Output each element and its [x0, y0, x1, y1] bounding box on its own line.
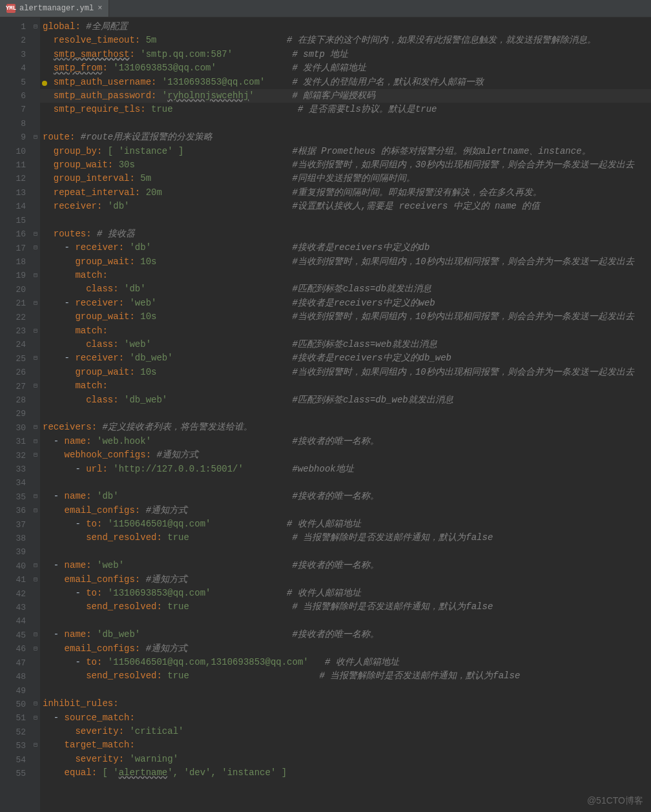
code-line[interactable]: route: #route用来设置报警的分发策略: [40, 130, 651, 144]
code-line[interactable]: smtp_require_tls: true # 是否需要tls协议。默认是tr…: [40, 103, 651, 116]
code-line[interactable]: receivers: #定义接收者列表，将告警发送给谁。: [40, 421, 651, 434]
code-area[interactable]: global: #全局配置 resolve_timeout: 5m # 在接下来…: [40, 17, 651, 812]
code-line[interactable]: email_configs: #通知方式: [40, 642, 651, 656]
code-line[interactable]: webhook_configs: #通知方式: [40, 448, 651, 462]
code-line[interactable]: severity: 'warning': [40, 753, 651, 766]
code-line[interactable]: send_resolved: true # 当报警解除时是否发送邮件通知，默认为…: [40, 600, 651, 614]
tab-filename: alertmanager.yml: [19, 4, 94, 13]
code-line[interactable]: equal: [ 'alertname', 'dev', 'instance' …: [40, 766, 651, 780]
fold-column: ⊟⊟⊟⊟⊟⊟⊟⊟⊟⊟⊟⊟⊟⊟⊟⊟⊟⊟⊟⊟⊟: [31, 17, 40, 812]
code-line[interactable]: match:: [40, 379, 651, 393]
code-line[interactable]: resolve_timeout: 5m # 在接下来的这个时间内，如果没有此报警…: [40, 34, 651, 47]
code-line[interactable]: class: 'db_web' #匹配到标签class=db_web就发出消息: [40, 393, 651, 407]
code-line[interactable]: class: 'db' #匹配到标签class=db就发出消息: [40, 282, 651, 296]
code-line[interactable]: inhibit_rules:: [40, 697, 651, 711]
code-line[interactable]: - to: '1150646501@qq.com' # 收件人邮箱地址: [40, 517, 651, 531]
code-line[interactable]: - name: 'db' #接收者的唯一名称。: [40, 490, 651, 503]
code-line[interactable]: - url: 'http://127.0.0.1:5001/' #webhook…: [40, 463, 651, 476]
yaml-file-icon: YML: [6, 4, 16, 13]
code-line[interactable]: [40, 117, 651, 130]
code-line[interactable]: group_wait: 30s #当收到报警时，如果同组内，30秒内出现相同报警…: [40, 158, 651, 172]
code-line[interactable]: group_wait: 10s #当收到报警时，如果同组内，10秒内出现相同报警…: [40, 366, 651, 379]
code-line[interactable]: global: #全局配置: [40, 20, 651, 34]
code-line[interactable]: [40, 614, 651, 628]
code-line[interactable]: smtp_auth_username: '1310693853@qq.com' …: [40, 76, 651, 89]
code-line[interactable]: - name: 'web.hook' #接收者的唯一名称。: [40, 435, 651, 448]
code-line[interactable]: - to: '1150646501@qq.com,1310693853@qq.c…: [40, 656, 651, 669]
code-line[interactable]: severity: 'critical': [40, 725, 651, 738]
code-line[interactable]: group_wait: 10s #当收到报警时，如果同组内，10秒内出现相同报警…: [40, 255, 651, 269]
code-line[interactable]: match:: [40, 324, 651, 338]
code-line[interactable]: [40, 213, 651, 227]
file-tab[interactable]: YML alertmanager.yml ×: [0, 0, 109, 17]
code-line[interactable]: - name: 'web' #接收者的唯一名称。: [40, 559, 651, 572]
code-line[interactable]: [40, 476, 651, 490]
code-line[interactable]: - receiver: 'db_web' #接收者是receivers中定义的d…: [40, 351, 651, 365]
code-line[interactable]: group_wait: 10s #当收到报警时，如果同组内，10秒内出现相同报警…: [40, 310, 651, 324]
code-line[interactable]: target_match:: [40, 738, 651, 752]
code-line[interactable]: repeat_interval: 20m #重复报警的间隔时间。即如果报警没有解…: [40, 186, 651, 200]
editor: 1234567891011121314151617181920212223242…: [0, 17, 651, 812]
code-line[interactable]: [40, 407, 651, 421]
code-line[interactable]: class: 'web' #匹配到标签class=web就发出消息: [40, 338, 651, 351]
code-line[interactable]: - receiver: 'db' #接收者是receivers中定义的db: [40, 241, 651, 255]
code-line[interactable]: routes: # 接收器: [40, 227, 651, 241]
code-line[interactable]: - to: '1310693853@qq.com' # 收件人邮箱地址: [40, 587, 651, 600]
code-line[interactable]: group_by: [ 'instance' ] #根据 Prometheus …: [40, 145, 651, 158]
code-line[interactable]: email_configs: #通知方式: [40, 504, 651, 517]
code-line[interactable]: send_resolved: true # 当报警解除时是否发送邮件通知，默认为…: [40, 531, 651, 545]
tab-bar: YML alertmanager.yml ×: [0, 0, 651, 17]
line-number-gutter: 1234567891011121314151617181920212223242…: [0, 17, 31, 812]
close-icon[interactable]: ×: [98, 4, 102, 13]
code-line[interactable]: send_resolved: true # 当报警解除时是否发送邮件通知，默认为…: [40, 669, 651, 683]
code-line[interactable]: match:: [40, 269, 651, 282]
code-line[interactable]: group_interval: 5m #同组中发送报警的间隔时间。: [40, 172, 651, 185]
code-line[interactable]: smtp_smarthost: 'smtp.qq.com:587' # smtp…: [40, 48, 651, 61]
code-line[interactable]: smtp_from: '1310693853@qq.com' # 发件人邮箱地址: [40, 61, 651, 75]
code-line[interactable]: smtp_auth_password: 'ryholnnjswcehhj' # …: [40, 89, 651, 103]
code-line[interactable]: - source_match:: [40, 711, 651, 725]
code-line[interactable]: [40, 683, 651, 697]
watermark: @51CTO博客: [587, 795, 643, 807]
code-line[interactable]: - receiver: 'web' #接收者是receivers中定义的web: [40, 297, 651, 310]
code-line[interactable]: [40, 545, 651, 559]
code-line[interactable]: receiver: 'db' #设置默认接收人,需要是 receivers 中定…: [40, 200, 651, 213]
code-line[interactable]: - name: 'db_web' #接收者的唯一名称。: [40, 628, 651, 641]
code-line[interactable]: email_configs: #通知方式: [40, 573, 651, 587]
